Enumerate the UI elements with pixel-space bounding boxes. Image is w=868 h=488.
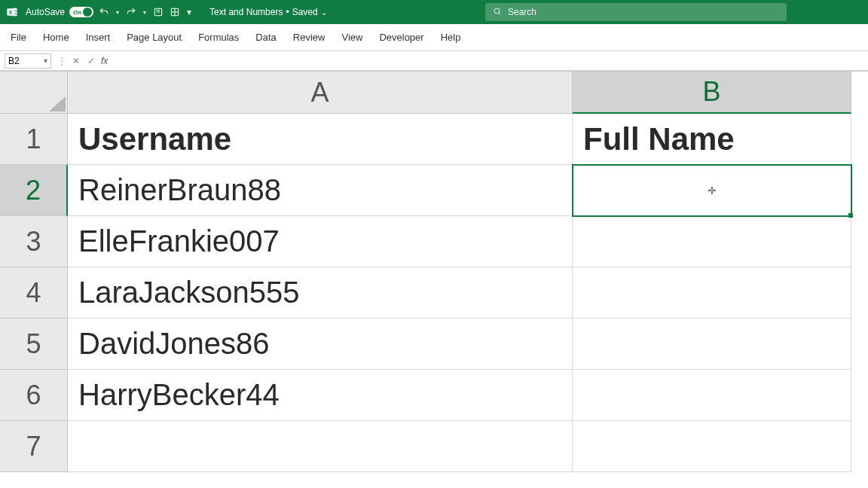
tab-help[interactable]: Help (441, 32, 461, 43)
tab-view[interactable]: View (341, 32, 362, 43)
name-box[interactable]: B2 ▾ (5, 53, 51, 69)
svg-rect-3 (13, 11, 17, 14)
tab-formulas[interactable]: Formulas (198, 32, 239, 43)
search-input[interactable] (508, 7, 779, 17)
row-header-4[interactable]: 4 (0, 267, 68, 319)
cell-a1[interactable]: Username (68, 114, 573, 165)
fx-icon[interactable]: fx (101, 56, 108, 66)
select-all-corner[interactable] (0, 72, 68, 114)
name-box-value: B2 (8, 56, 20, 66)
chevron-down-icon: ⌄ (321, 8, 327, 17)
tab-home[interactable]: Home (43, 32, 69, 43)
formula-bar-controls: ⋮ ✕ ✓ fx (57, 56, 108, 66)
divider: ⋮ (57, 56, 66, 66)
toggle-knob (83, 8, 92, 17)
cell-b3[interactable] (573, 216, 851, 267)
tab-file[interactable]: File (11, 32, 26, 43)
search-icon (493, 7, 502, 18)
document-status: Saved (292, 7, 318, 17)
svg-rect-2 (13, 8, 17, 11)
search-box[interactable] (485, 3, 787, 21)
undo-icon[interactable] (98, 6, 110, 18)
chevron-down-icon[interactable]: ▾ (115, 6, 121, 18)
tab-insert[interactable]: Insert (86, 32, 111, 43)
qat-overflow-icon[interactable]: ▾ (187, 7, 191, 17)
enter-icon[interactable]: ✓ (86, 56, 96, 66)
row-header-6[interactable]: 6 (0, 370, 68, 421)
cell-cursor-icon: ✛ (708, 185, 717, 197)
svg-text:X: X (9, 9, 13, 16)
tab-developer[interactable]: Developer (379, 32, 423, 43)
qat-icon-2[interactable] (169, 6, 181, 18)
formula-bar: B2 ▾ ⋮ ✕ ✓ fx (0, 51, 868, 71)
ribbon-tabs: File Home Insert Page Layout Formulas Da… (0, 24, 868, 51)
cell-a5[interactable]: DavidJones86 (68, 319, 573, 370)
svg-point-11 (494, 8, 500, 14)
cell-a3[interactable]: ElleFrankie007 (68, 216, 573, 267)
chevron-down-icon[interactable]: ▾ (44, 56, 47, 65)
row-header-3[interactable]: 3 (0, 216, 68, 267)
cancel-icon[interactable]: ✕ (71, 56, 81, 66)
cell-a4[interactable]: LaraJackson555 (68, 267, 573, 319)
spreadsheet-grid: A B 1 Username Full Name 2 ReinerBraun88… (0, 71, 868, 472)
cell-b5[interactable] (573, 319, 851, 370)
cell-a2[interactable]: ReinerBraun88 (68, 165, 573, 216)
autosave-label: AutoSave (26, 7, 65, 17)
document-name: Text and Numbers (209, 7, 283, 17)
cell-a7[interactable] (68, 421, 573, 472)
tab-review[interactable]: Review (293, 32, 326, 43)
autosave-toggle[interactable]: On (69, 7, 93, 17)
cell-a6[interactable]: HarryBecker44 (68, 370, 573, 421)
redo-icon[interactable] (125, 6, 137, 18)
autosave-on-text: On (73, 9, 81, 16)
cell-b2[interactable]: ✛ (573, 165, 851, 216)
cell-b1[interactable]: Full Name (573, 114, 851, 165)
row-header-1[interactable]: 1 (0, 114, 68, 165)
column-header-b[interactable]: B (573, 72, 851, 114)
svg-rect-4 (13, 14, 17, 17)
cell-b7[interactable] (573, 421, 851, 472)
tab-data[interactable]: Data (255, 32, 276, 43)
qat-icon-1[interactable] (152, 6, 164, 18)
title-bar: X AutoSave On ▾ ▾ ▾ Text and Numbers • S… (0, 0, 868, 24)
excel-icon: X (6, 6, 18, 18)
formula-input[interactable] (112, 56, 790, 66)
row-header-2[interactable]: 2 (0, 165, 68, 216)
document-title[interactable]: Text and Numbers • Saved ⌄ (209, 7, 327, 17)
tab-page-layout[interactable]: Page Layout (127, 32, 182, 43)
cell-b4[interactable] (573, 267, 851, 319)
row-header-7[interactable]: 7 (0, 421, 68, 472)
column-header-a[interactable]: A (68, 72, 573, 114)
svg-line-12 (499, 13, 500, 14)
chevron-down-icon[interactable]: ▾ (142, 6, 148, 18)
cell-b6[interactable] (573, 370, 851, 421)
row-header-5[interactable]: 5 (0, 319, 68, 370)
